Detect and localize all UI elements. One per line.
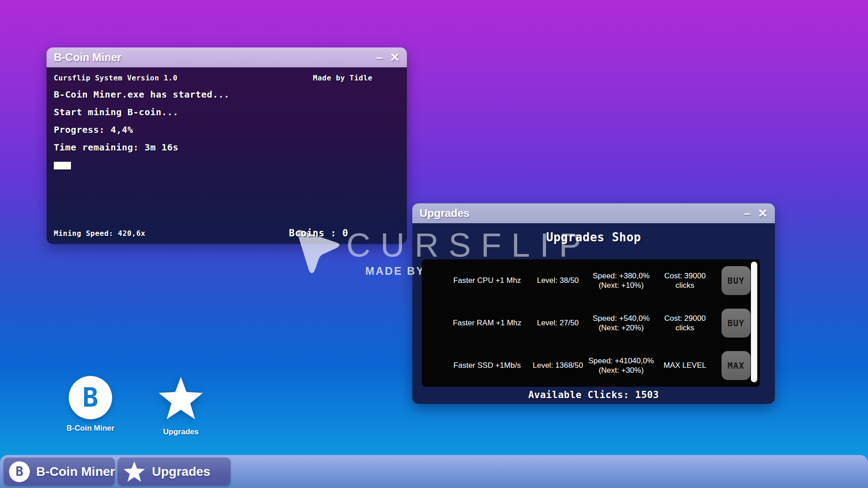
star-icon — [157, 376, 204, 421]
upgrade-level: Level: 27/50 — [529, 318, 587, 328]
miner-window: B-Coin Miner – ✕ Cursflip System Version… — [47, 47, 407, 244]
shop-scrollbar[interactable] — [751, 262, 757, 382]
taskbar: B B-Coin Miner Upgrades — [0, 455, 868, 488]
taskbar-item-label: Upgrades — [152, 465, 210, 479]
upgrade-name: Faster CPU +1 Mhz — [445, 276, 529, 285]
shop-panel: Faster CPU +1 Mhz Level: 38/50 Speed: +3… — [422, 259, 760, 387]
buy-button[interactable]: BUY — [722, 266, 750, 295]
miner-window-title: B-Coin Miner — [54, 51, 121, 64]
close-icon[interactable]: ✕ — [390, 52, 400, 63]
upgrades-window-title: Upgrades — [420, 207, 470, 220]
mining-speed-text: Mining Speed: 420,6x — [54, 229, 146, 238]
log-line: Start mining B-coin... — [54, 107, 400, 117]
upgrade-max-level: MAX LEVEL — [658, 361, 712, 370]
minimize-icon[interactable]: – — [376, 52, 382, 63]
desktop-icon-label: B-Coin Miner — [54, 424, 127, 433]
upgrade-speed: Speed: +540,0% (Next: +20%) — [587, 314, 656, 333]
log-line: B-Coin Miner.exe has started... — [54, 89, 400, 100]
upgrade-cost: Cost: 39000 clicks — [658, 271, 712, 291]
upgrade-speed: Speed: +380,0% (Next: +10%) — [587, 271, 656, 291]
upgrades-titlebar[interactable]: Upgrades – ✕ — [412, 203, 775, 223]
desktop-background: B-Coin Miner – ✕ Cursflip System Version… — [0, 0, 868, 488]
desktop-icon-upgrades[interactable]: Upgrades — [145, 376, 217, 436]
bcoins-counter: Bcoins : 0 — [289, 228, 348, 239]
miner-titlebar[interactable]: B-Coin Miner – ✕ — [47, 47, 407, 67]
credit-text: Made by Tidle — [313, 74, 373, 82]
time-remaining-text: Time remaining: 3m 16s — [54, 142, 400, 153]
star-icon — [123, 461, 146, 483]
upgrade-name: Faster SSD +1Mb/s — [445, 361, 529, 370]
max-button[interactable]: MAX — [722, 351, 750, 380]
upgrade-row-ram: Faster RAM +1 Mhz Level: 27/50 Speed: +5… — [422, 302, 760, 344]
close-icon[interactable]: ✕ — [758, 207, 768, 219]
taskbar-item-upgrades[interactable]: Upgrades — [118, 457, 231, 486]
taskbar-item-label: B-Coin Miner — [36, 465, 115, 479]
desktop-icon-bcoin-miner[interactable]: B B-Coin Miner — [54, 376, 127, 433]
buy-button[interactable]: BUY — [722, 309, 750, 338]
bcoin-logo-icon: B — [9, 461, 30, 482]
bcoin-logo-icon: B — [69, 376, 112, 419]
upgrade-level: Level: 38/50 — [529, 276, 587, 285]
upgrade-name: Faster RAM +1 Mhz — [445, 318, 529, 328]
progress-text: Progress: 4,4% — [54, 124, 400, 135]
upgrade-cost: Cost: 29000 clicks — [658, 314, 712, 333]
upgrades-window: Upgrades – ✕ Upgrades Shop Faster CPU +1… — [412, 203, 775, 404]
system-version-text: Cursflip System Version 1.0 — [54, 74, 178, 82]
upgrade-level: Level: 1368/50 — [529, 361, 587, 370]
shop-title: Upgrades Shop — [412, 223, 775, 244]
miner-console: Cursflip System Version 1.0 Made by Tidl… — [47, 67, 407, 244]
available-clicks-text: Available Clicks: 1503 — [412, 389, 775, 400]
desktop-icon-label: Upgrades — [145, 427, 217, 436]
progress-cursor-block — [54, 162, 71, 169]
upgrade-row-cpu: Faster CPU +1 Mhz Level: 38/50 Speed: +3… — [422, 259, 760, 302]
upgrade-row-ssd: Faster SSD +1Mb/s Level: 1368/50 Speed: … — [422, 344, 760, 387]
taskbar-item-bcoin-miner[interactable]: B B-Coin Miner — [4, 457, 115, 486]
minimize-icon[interactable]: – — [744, 207, 750, 219]
upgrade-speed: Speed: +41040,0% (Next: +30%) — [587, 356, 656, 375]
